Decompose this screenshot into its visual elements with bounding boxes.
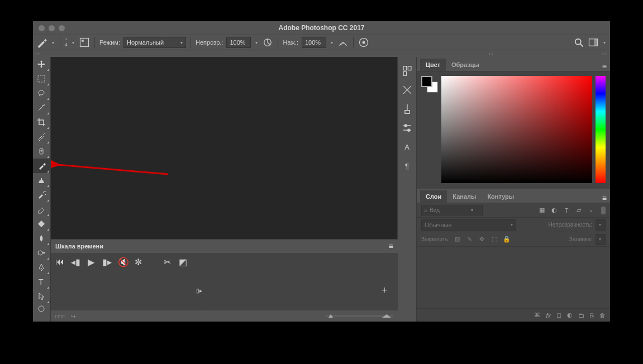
lasso-tool[interactable] bbox=[33, 86, 50, 100]
layer-group-icon[interactable]: 🗀 bbox=[578, 312, 584, 319]
lock-artboard-icon[interactable]: ⬚ bbox=[490, 236, 499, 243]
opacity-dropdown[interactable]: ▾ bbox=[254, 40, 259, 45]
video-track-icon[interactable]: ▯▸ bbox=[196, 288, 202, 294]
filter-smart-icon[interactable]: ▫ bbox=[587, 207, 596, 214]
add-media-icon[interactable]: + bbox=[378, 285, 391, 296]
pen-tool[interactable] bbox=[33, 260, 50, 275]
path-selection-tool[interactable] bbox=[33, 289, 50, 304]
brushes-panel-icon[interactable] bbox=[401, 84, 413, 96]
canvas[interactable] bbox=[51, 57, 398, 239]
delete-layer-icon[interactable]: 🗑 bbox=[599, 312, 606, 319]
lock-transparency-icon[interactable]: ▨ bbox=[453, 236, 462, 243]
link-layers-icon[interactable]: ⌘ bbox=[534, 312, 540, 319]
blend-mode-select[interactable]: Обычные▾ bbox=[421, 219, 516, 231]
workspace-icon[interactable] bbox=[588, 37, 599, 48]
play-icon[interactable]: ▶ bbox=[87, 257, 96, 267]
collapse-right-icon[interactable]: ›› bbox=[602, 51, 608, 56]
lock-image-icon[interactable]: ✎ bbox=[465, 236, 474, 243]
flow-dropdown[interactable]: ▾ bbox=[330, 40, 334, 45]
opacity-input[interactable]: 100% bbox=[226, 37, 251, 48]
timeline-zoom-slider[interactable] bbox=[326, 313, 393, 319]
history-panel-icon[interactable] bbox=[401, 65, 413, 77]
layer-opacity-input[interactable]: ▾ bbox=[596, 219, 606, 231]
layer-filter-search[interactable]: ⌕ ▾ bbox=[421, 205, 483, 215]
new-layer-icon[interactable]: ⎘ bbox=[590, 312, 594, 319]
color-field[interactable] bbox=[441, 76, 592, 183]
tab-swatches[interactable]: Образцы bbox=[446, 59, 485, 71]
timeline-menu-icon[interactable]: ≡ bbox=[389, 242, 393, 251]
layer-mask-icon[interactable]: ◻ bbox=[556, 312, 561, 319]
airbrush-icon[interactable] bbox=[337, 37, 349, 48]
minimize-window-button[interactable] bbox=[49, 25, 55, 31]
collapse-left-icon[interactable]: ›› bbox=[35, 51, 41, 56]
magic-wand-tool[interactable] bbox=[33, 100, 50, 115]
crop-tool[interactable] bbox=[33, 115, 50, 130]
dodge-tool[interactable] bbox=[33, 246, 50, 260]
layer-fill-input[interactable]: ▾ bbox=[596, 234, 606, 245]
brush-tool[interactable] bbox=[33, 159, 50, 173]
clone-stamp-tool[interactable] bbox=[33, 173, 50, 188]
timeline-track-area[interactable]: + bbox=[207, 271, 398, 310]
mute-icon[interactable]: 🔇 bbox=[118, 257, 127, 267]
svg-point-6 bbox=[362, 41, 365, 44]
search-icon[interactable] bbox=[573, 37, 584, 48]
workspace-dropdown[interactable]: ▾ bbox=[602, 40, 607, 45]
layer-filter-input[interactable] bbox=[430, 207, 469, 213]
close-window-button[interactable] bbox=[39, 25, 45, 31]
brush-preview[interactable]: ● 4 bbox=[65, 38, 68, 47]
healing-brush-tool[interactable] bbox=[33, 144, 50, 159]
pressure-size-icon[interactable] bbox=[358, 37, 369, 48]
tool-preset-icon[interactable] bbox=[36, 37, 47, 48]
filter-type-icon[interactable]: T bbox=[562, 207, 571, 214]
collapse-mid-icon[interactable]: ‹‹ bbox=[489, 51, 494, 56]
timeline-tracks-header: ▯▸ bbox=[51, 271, 207, 310]
tab-channels[interactable]: Каналы bbox=[447, 190, 482, 203]
tab-layers[interactable]: Слои bbox=[420, 190, 447, 203]
blur-tool[interactable] bbox=[33, 231, 50, 246]
filter-shape-icon[interactable]: ▱ bbox=[574, 207, 583, 214]
split-icon[interactable]: ✂ bbox=[163, 257, 172, 267]
ellipse-tool[interactable] bbox=[33, 304, 50, 314]
color-panel bbox=[417, 71, 610, 189]
pressure-opacity-icon[interactable] bbox=[262, 37, 273, 48]
blend-mode-dropdown[interactable]: Нормальный ▾ bbox=[123, 37, 186, 48]
tab-color[interactable]: Цвет bbox=[420, 59, 446, 71]
filter-toggle[interactable] bbox=[601, 207, 606, 214]
prev-frame-icon[interactable]: ◂▮ bbox=[71, 257, 80, 267]
history-brush-tool[interactable] bbox=[33, 188, 50, 202]
next-frame-icon[interactable]: ▮▸ bbox=[102, 257, 111, 267]
filter-adjust-icon[interactable]: ◐ bbox=[550, 207, 559, 214]
filter-pixel-icon[interactable]: ▦ bbox=[537, 207, 546, 214]
marquee-tool[interactable] bbox=[33, 71, 50, 86]
fg-bg-swatches[interactable] bbox=[421, 76, 438, 184]
character-panel-icon[interactable]: A bbox=[401, 141, 413, 153]
first-frame-icon[interactable]: ⏮ bbox=[55, 257, 64, 267]
tab-paths[interactable]: Контуры bbox=[482, 190, 520, 203]
eraser-tool[interactable] bbox=[33, 202, 50, 217]
layers-panel-menu-icon[interactable]: ≡ bbox=[602, 194, 607, 203]
flow-input[interactable]: 100% bbox=[302, 37, 326, 48]
lock-all-icon[interactable]: 🔒 bbox=[502, 236, 511, 243]
layer-fx-icon[interactable]: fx bbox=[546, 312, 551, 319]
move-tool[interactable] bbox=[33, 57, 50, 71]
type-tool[interactable]: T bbox=[33, 275, 50, 289]
eyedropper-tool[interactable] bbox=[33, 130, 50, 144]
transition-icon[interactable]: ◩ bbox=[178, 257, 187, 267]
brush-presets-panel-icon[interactable] bbox=[401, 103, 413, 115]
brush-panel-icon[interactable] bbox=[79, 37, 90, 48]
tool-preset-dropdown[interactable]: ▾ bbox=[51, 40, 55, 45]
gradient-tool[interactable] bbox=[33, 217, 50, 231]
timeline-render-icon[interactable]: ↪ bbox=[71, 313, 75, 319]
svg-point-7 bbox=[575, 39, 581, 45]
hue-slider[interactable] bbox=[596, 76, 606, 183]
layers-list[interactable] bbox=[417, 247, 610, 308]
adjustments-panel-icon[interactable] bbox=[401, 122, 413, 134]
lock-position-icon[interactable]: ✥ bbox=[478, 236, 487, 243]
foreground-color[interactable] bbox=[421, 76, 432, 87]
color-panel-menu-icon[interactable]: ≡ bbox=[602, 62, 607, 71]
brush-dropdown[interactable]: ▾ bbox=[71, 40, 75, 45]
maximize-window-button[interactable] bbox=[59, 25, 65, 31]
settings-icon[interactable]: ✼ bbox=[134, 257, 142, 267]
adjustment-layer-icon[interactable]: ◐ bbox=[567, 312, 573, 319]
paragraph-panel-icon[interactable]: ¶ bbox=[401, 160, 413, 172]
